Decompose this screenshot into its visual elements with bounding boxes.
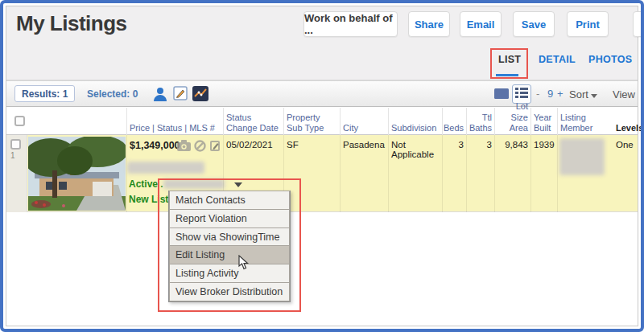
listing-price: $1,349,000 — [130, 140, 180, 151]
market-chart-icon[interactable] — [192, 86, 208, 105]
size-value: 9 — [547, 88, 553, 100]
menu-item-show-via-showingtime[interactable]: Show via ShowingTime — [169, 227, 290, 247]
col-header-status-change-date[interactable]: Status Change Date — [223, 108, 283, 135]
mouse-cursor-icon — [237, 255, 250, 274]
clipped-button[interactable]: C — [633, 11, 644, 37]
lot-size-area-cell: 9,843 — [494, 135, 530, 212]
listing-context-menu: Match Contacts Report Violation Show via… — [168, 191, 291, 302]
list-view-icon[interactable] — [512, 84, 531, 104]
col-header-property-sub-type[interactable]: Property Sub Type — [283, 108, 340, 135]
col-header-subdivision[interactable]: Subdivision — [388, 108, 442, 135]
grid-view-icon[interactable] — [494, 88, 509, 102]
redacted-listing-member — [559, 138, 605, 175]
menu-item-report-violation[interactable]: Report Violation — [169, 209, 290, 228]
save-button[interactable]: Save — [513, 11, 555, 37]
work-on-behalf-button[interactable]: Work on behalf of ... — [303, 11, 398, 37]
page-title: My Listings — [16, 11, 127, 36]
size-increase-button[interactable]: + — [557, 88, 564, 100]
listing-status: Active . — [129, 178, 163, 190]
row-checkbox-cell: 1 — [6, 135, 27, 212]
redacted-address — [127, 162, 204, 174]
subdivision-cell: Not Applicable — [388, 135, 442, 212]
sort-label: Sort — [569, 88, 588, 100]
no-virtual-tour-icon[interactable] — [194, 140, 206, 154]
active-tab-underline — [496, 74, 518, 76]
col-header-year-built[interactable]: Year Built — [530, 108, 557, 135]
camera-icon[interactable] — [177, 140, 191, 154]
ttl-baths-cell: 3 — [466, 135, 494, 212]
row-checkbox[interactable] — [10, 139, 27, 150]
col-header-listing-member[interactable]: Listing Member — [557, 108, 613, 135]
print-button[interactable]: Print — [567, 11, 609, 37]
selected-value: 0 — [133, 88, 138, 100]
edit-document-icon[interactable] — [209, 140, 221, 154]
email-button[interactable]: Email — [460, 11, 502, 37]
col-header-price-status-mls[interactable]: Price | Status | MLS # — [126, 108, 223, 135]
row-number: 1 — [10, 151, 27, 160]
size-decrease-button[interactable]: - — [536, 88, 539, 100]
tab-detail[interactable]: DETAIL — [539, 54, 576, 65]
listing-photo[interactable] — [28, 137, 126, 211]
chevron-down-icon — [591, 94, 597, 98]
selected-label: Selected: — [87, 88, 130, 100]
menu-item-listing-activity[interactable]: Listing Activity — [169, 264, 290, 283]
sort-dropdown[interactable]: Sort — [569, 88, 597, 100]
share-button[interactable]: Share — [408, 11, 450, 37]
menu-item-view-broker-distribution[interactable]: View Broker Distribution — [169, 282, 290, 301]
view-label: View — [613, 88, 635, 100]
levels-cell: One — [613, 135, 642, 212]
select-all-checkbox[interactable] — [14, 116, 25, 126]
contact-person-icon[interactable] — [152, 86, 168, 105]
results-label: Results: — [22, 88, 60, 100]
tab-list[interactable]: LIST — [498, 54, 521, 65]
col-header-lot-size-area[interactable]: Lot Size Area — [494, 108, 530, 135]
beds-cell: 3 — [442, 135, 466, 212]
col-header-levels[interactable]: Levels — [613, 108, 642, 135]
tab-photos[interactable]: PHOTOS — [588, 54, 632, 65]
menu-item-match-contacts[interactable]: Match Contacts — [169, 191, 290, 210]
property-sub-type-cell: SF — [283, 135, 340, 212]
results-count[interactable]: Results: 1 — [14, 85, 75, 102]
my-listings-window: My Listings Work on behalf of ... Share … — [0, 0, 644, 332]
year-built-cell: 1939 — [530, 135, 557, 212]
col-header-ttl-baths[interactable]: Ttl Baths — [466, 108, 494, 135]
edit-note-icon[interactable] — [173, 86, 188, 105]
col-header-city[interactable]: City — [340, 108, 388, 135]
col-header-beds[interactable]: Beds — [442, 108, 466, 135]
redacted-mls-number — [163, 179, 225, 189]
results-value: 1 — [63, 88, 68, 100]
menu-item-edit-listing[interactable]: Edit Listing — [169, 245, 290, 264]
city-cell: Pasadena — [340, 135, 388, 212]
view-dropdown[interactable]: View — [613, 88, 635, 100]
selected-count: Selected: 0 — [87, 88, 138, 100]
